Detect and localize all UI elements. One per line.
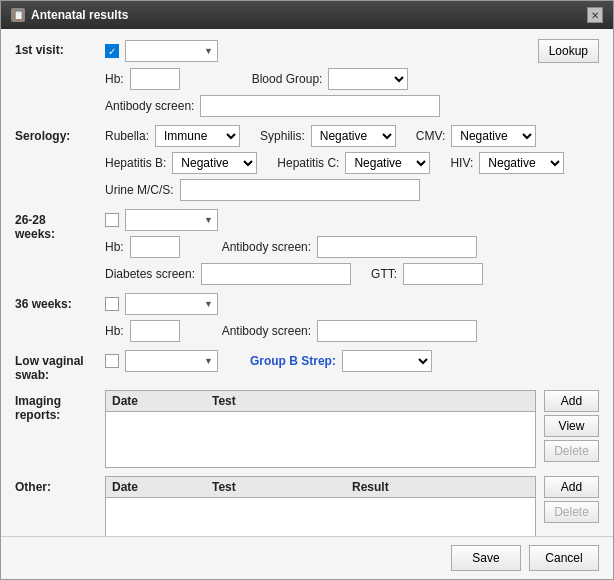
other-label: Other:	[15, 476, 105, 494]
other-buttons: Add Delete	[544, 476, 599, 523]
group-b-select[interactable]: Negative Positive	[342, 350, 432, 372]
syphilis-label: Syphilis:	[260, 129, 305, 143]
weeks-26-28-label: 26-28weeks:	[15, 209, 105, 241]
cancel-button[interactable]: Cancel	[529, 545, 599, 571]
imaging-table-body	[106, 412, 535, 467]
other-delete-button[interactable]: Delete	[544, 501, 599, 523]
first-visit-label: 1st visit:	[15, 39, 105, 57]
weeks-36-date-arrow[interactable]: ▼	[204, 299, 213, 309]
antibody-label-26-28: Antibody screen:	[222, 240, 311, 254]
urine-input[interactable]	[180, 179, 420, 201]
imaging-delete-button[interactable]: Delete	[544, 440, 599, 462]
window-title: Antenatal results	[31, 8, 128, 22]
imaging-view-button[interactable]: View	[544, 415, 599, 437]
antibody-label-1st: Antibody screen:	[105, 99, 194, 113]
hb-blood-row: Hb: Blood Group:	[105, 68, 599, 90]
imaging-table-header: Date Test	[106, 391, 535, 412]
serology-line1: Rubella: Immune Not Immune Unknown Syphi…	[105, 125, 599, 147]
rubella-label: Rubella:	[105, 129, 149, 143]
weeks-26-28-date-field[interactable]: 3/08/2023	[130, 210, 202, 230]
imaging-col-date: Date	[112, 394, 212, 408]
first-visit-date-row: ✓ 3/08/2023 ▼ Lookup	[105, 39, 599, 63]
lvs-label: Low vaginalswab:	[15, 350, 105, 382]
other-col-date: Date	[112, 480, 212, 494]
other-col-result: Result	[352, 480, 452, 494]
hepatitis-c-label: Hepatitis C:	[277, 156, 339, 170]
hepatitis-b-label: Hepatitis B:	[105, 156, 166, 170]
other-table-header: Date Test Result	[106, 477, 535, 498]
close-button[interactable]: ✕	[587, 7, 603, 23]
antibody-input-36[interactable]	[317, 320, 477, 342]
hb-label-36: Hb:	[105, 324, 124, 338]
hepatitis-b-select[interactable]: Negative Positive	[172, 152, 257, 174]
weeks-26-28-checkbox[interactable]	[105, 213, 119, 227]
imaging-col-test: Test	[212, 394, 352, 408]
weeks-26-28-fields: 3/08/2023 ▼ Hb: Antibody screen: Diabete…	[105, 209, 599, 285]
serology-fields: Rubella: Immune Not Immune Unknown Syphi…	[105, 125, 599, 201]
diabetes-gtt-row: Diabetes screen: GTT:	[105, 263, 599, 285]
save-button[interactable]: Save	[451, 545, 521, 571]
syphilis-select[interactable]: Negative Positive	[311, 125, 396, 147]
weeks-36-row: 36 weeks: 3/08/2023 ▼ Hb: Antibody scree…	[15, 293, 599, 342]
weeks-26-28-date-row: 3/08/2023 ▼	[105, 209, 599, 231]
other-add-button[interactable]: Add	[544, 476, 599, 498]
imaging-content: Date Test Add View Delete	[105, 390, 599, 468]
first-visit-checkbox[interactable]: ✓	[105, 44, 119, 58]
weeks-26-28-date-input[interactable]: 3/08/2023 ▼	[125, 209, 218, 231]
weeks-36-fields: 3/08/2023 ▼ Hb: Antibody screen:	[105, 293, 599, 342]
lvs-row: Low vaginalswab: 3/08/2023 ▼ Group B Str…	[15, 350, 599, 382]
first-visit-date-input[interactable]: 3/08/2023 ▼	[125, 40, 218, 62]
weeks-36-checkbox[interactable]	[105, 297, 119, 311]
antibody-input-1st[interactable]	[200, 95, 440, 117]
antibody-row-1st: Antibody screen:	[105, 95, 599, 117]
blood-group-label: Blood Group:	[252, 72, 323, 86]
lvs-date-arrow[interactable]: ▼	[204, 356, 213, 366]
imaging-add-button[interactable]: Add	[544, 390, 599, 412]
weeks-36-date-row: 3/08/2023 ▼	[105, 293, 599, 315]
cmv-label: CMV:	[416, 129, 446, 143]
urine-label: Urine M/C/S:	[105, 183, 174, 197]
rubella-select[interactable]: Immune Not Immune Unknown	[155, 125, 240, 147]
weeks-26-28-hb-row: Hb: Antibody screen:	[105, 236, 599, 258]
weeks-36-date-field[interactable]: 3/08/2023	[130, 294, 202, 314]
other-table-body	[106, 498, 535, 536]
other-table: Date Test Result	[105, 476, 536, 536]
lvs-checkbox[interactable]	[105, 354, 119, 368]
imaging-label: Imagingreports:	[15, 390, 105, 422]
serology-line2: Hepatitis B: Negative Positive Hepatitis…	[105, 152, 599, 174]
first-visit-date-field[interactable]: 3/08/2023	[130, 41, 202, 61]
antibody-label-36: Antibody screen:	[222, 324, 311, 338]
other-col-test: Test	[212, 480, 352, 494]
first-visit-fields: ✓ 3/08/2023 ▼ Lookup Hb: Blood Group:	[105, 39, 599, 117]
title-bar-left: 📋 Antenatal results	[11, 8, 128, 22]
gtt-input[interactable]	[403, 263, 483, 285]
window-icon: 📋	[11, 8, 25, 22]
other-row: Other: Date Test Result Add Delete	[15, 476, 599, 536]
group-b-label: Group B Strep:	[250, 354, 336, 368]
cmv-select[interactable]: Negative Positive	[451, 125, 536, 147]
title-bar: 📋 Antenatal results ✕	[1, 1, 613, 29]
imaging-reports-row: Imagingreports: Date Test Add View Delet…	[15, 390, 599, 468]
other-content: Date Test Result Add Delete	[105, 476, 599, 536]
first-visit-date-arrow[interactable]: ▼	[204, 46, 213, 56]
lvs-date-input[interactable]: 3/08/2023 ▼	[125, 350, 218, 372]
weeks-36-date-input[interactable]: 3/08/2023 ▼	[125, 293, 218, 315]
weeks-26-28-date-arrow[interactable]: ▼	[204, 215, 213, 225]
footer: Save Cancel	[1, 536, 613, 579]
lvs-date-row: 3/08/2023 ▼ Group B Strep: Negative Posi…	[105, 350, 599, 372]
first-visit-row: 1st visit: ✓ 3/08/2023 ▼ Lookup Hb: Bloo…	[15, 39, 599, 117]
antibody-input-26-28[interactable]	[317, 236, 477, 258]
hb-input-1st[interactable]	[130, 68, 180, 90]
serology-label: Serology:	[15, 125, 105, 143]
diabetes-input[interactable]	[201, 263, 351, 285]
hiv-select[interactable]: Negative Positive	[479, 152, 564, 174]
hepatitis-c-select[interactable]: Negative Positive	[345, 152, 430, 174]
lookup-button[interactable]: Lookup	[538, 39, 599, 63]
urine-row: Urine M/C/S:	[105, 179, 599, 201]
weeks-36-hb-row: Hb: Antibody screen:	[105, 320, 599, 342]
hb-input-26-28[interactable]	[130, 236, 180, 258]
blood-group-select[interactable]	[328, 68, 408, 90]
weeks-26-28-row: 26-28weeks: 3/08/2023 ▼ Hb: Antibody scr…	[15, 209, 599, 285]
hb-input-36[interactable]	[130, 320, 180, 342]
lvs-date-field[interactable]: 3/08/2023	[130, 351, 202, 371]
